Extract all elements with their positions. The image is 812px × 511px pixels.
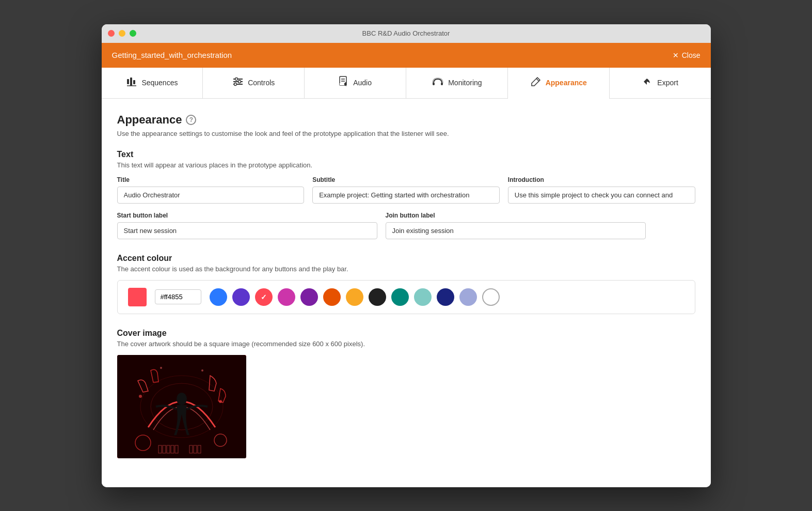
- page-heading: Appearance ?: [117, 113, 695, 127]
- cover-image-section: Cover image The cover artwork should be …: [117, 329, 695, 458]
- title-label: Title: [117, 176, 305, 183]
- start-button-label-group: Start button label: [117, 212, 377, 239]
- svg-point-22: [219, 400, 222, 403]
- tab-audio[interactable]: Audio: [305, 68, 406, 98]
- tab-export[interactable]: Export: [610, 68, 711, 98]
- svg-point-8: [238, 80, 241, 83]
- introduction-input[interactable]: [508, 187, 695, 204]
- text-section: Text This text will appear at various pl…: [117, 150, 695, 239]
- cover-heading: Cover image: [117, 329, 695, 338]
- title-field-group: Title: [117, 176, 305, 204]
- start-button-input[interactable]: [117, 222, 377, 239]
- cover-image[interactable]: [117, 355, 246, 458]
- tab-controls-label: Controls: [248, 79, 275, 87]
- svg-rect-14: [433, 83, 435, 85]
- colour-dark-purple[interactable]: [300, 288, 318, 306]
- colour-purple[interactable]: [232, 288, 250, 306]
- controls-icon: [232, 76, 244, 90]
- tab-monitoring[interactable]: Monitoring: [406, 68, 508, 98]
- traffic-lights: [108, 30, 136, 37]
- monitoring-icon: [432, 76, 444, 90]
- subtitle-label: Subtitle: [312, 176, 500, 183]
- sequences-icon: [126, 76, 137, 90]
- start-button-label-label: Start button label: [117, 212, 377, 219]
- svg-rect-0: [127, 79, 129, 84]
- title-bar: BBC R&D Audio Orchestrator: [102, 24, 711, 43]
- page-description: Use the appearance settings to customise…: [117, 130, 695, 137]
- form-row-top: Title Subtitle Introduction: [117, 176, 695, 204]
- colour-hex-input[interactable]: [155, 289, 201, 304]
- colour-yellow[interactable]: [346, 288, 363, 306]
- svg-rect-13: [340, 83, 344, 85]
- join-button-label-label: Join button label: [386, 212, 646, 219]
- subtitle-input[interactable]: [312, 187, 500, 204]
- colour-pink[interactable]: [278, 288, 295, 306]
- colour-orange[interactable]: [323, 288, 341, 306]
- accent-heading: Accent colour: [117, 254, 695, 263]
- svg-point-9: [234, 83, 237, 85]
- navigation-tabs: Sequences Controls: [102, 68, 711, 99]
- appearance-icon: [530, 76, 542, 90]
- close-traffic-light[interactable]: [108, 30, 115, 37]
- colour-teal[interactable]: [391, 288, 409, 306]
- colour-blue[interactable]: [210, 288, 227, 306]
- svg-rect-1: [130, 78, 132, 86]
- introduction-field-group: Introduction: [508, 176, 695, 204]
- tab-monitoring-label: Monitoring: [448, 79, 482, 87]
- svg-point-23: [160, 367, 162, 369]
- colour-light-teal[interactable]: [414, 288, 432, 306]
- export-icon: [642, 76, 653, 90]
- title-input[interactable]: [117, 187, 305, 204]
- join-button-input[interactable]: [386, 222, 646, 239]
- main-content: Appearance ? Use the appearance settings…: [102, 99, 711, 487]
- subtitle-field-group: Subtitle: [312, 176, 500, 204]
- text-section-description: This text will appear at various places …: [117, 161, 695, 169]
- accent-description: The accent colour is used as the backgro…: [117, 265, 695, 273]
- project-name: Getting_started_with_orchestration: [112, 51, 232, 59]
- colour-swatch[interactable]: [128, 288, 147, 306]
- close-icon: ✕: [673, 51, 679, 59]
- svg-point-20: [177, 393, 187, 405]
- svg-rect-15: [441, 83, 443, 85]
- tab-appearance-label: Appearance: [546, 79, 587, 87]
- project-bar: Getting_started_with_orchestration ✕ Clo…: [102, 43, 711, 68]
- colour-custom[interactable]: [482, 288, 500, 306]
- minimize-traffic-light[interactable]: [119, 30, 125, 37]
- colour-red[interactable]: [255, 288, 273, 306]
- tab-sequences[interactable]: Sequences: [102, 68, 203, 98]
- colour-dark-navy[interactable]: [437, 288, 454, 306]
- svg-rect-2: [133, 80, 135, 84]
- colour-options: [210, 288, 500, 306]
- cover-image-placeholder: [117, 355, 246, 458]
- accent-section: Accent colour The accent colour is used …: [117, 254, 695, 314]
- close-button[interactable]: ✕ Close: [673, 51, 700, 59]
- introduction-label: Introduction: [508, 176, 695, 183]
- form-row-buttons: Start button label Join button label: [117, 212, 695, 239]
- text-section-heading: Text: [117, 150, 695, 159]
- colour-picker: [117, 280, 695, 314]
- help-icon[interactable]: ?: [186, 115, 196, 125]
- svg-point-21: [139, 395, 142, 398]
- fullscreen-traffic-light[interactable]: [130, 30, 136, 37]
- tab-audio-label: Audio: [353, 79, 372, 87]
- tab-export-label: Export: [657, 79, 678, 87]
- tab-sequences-label: Sequences: [141, 79, 178, 87]
- svg-point-24: [201, 369, 203, 371]
- colour-lavender[interactable]: [459, 288, 477, 306]
- tab-controls[interactable]: Controls: [203, 68, 305, 98]
- join-button-label-group: Join button label: [386, 212, 646, 239]
- audio-icon: [339, 76, 349, 90]
- colour-black[interactable]: [369, 288, 386, 306]
- svg-point-7: [235, 78, 238, 80]
- window-title: BBC R&D Audio Orchestrator: [362, 29, 450, 37]
- tab-appearance[interactable]: Appearance: [508, 68, 610, 98]
- cover-description: The cover artwork should be a square ima…: [117, 340, 695, 348]
